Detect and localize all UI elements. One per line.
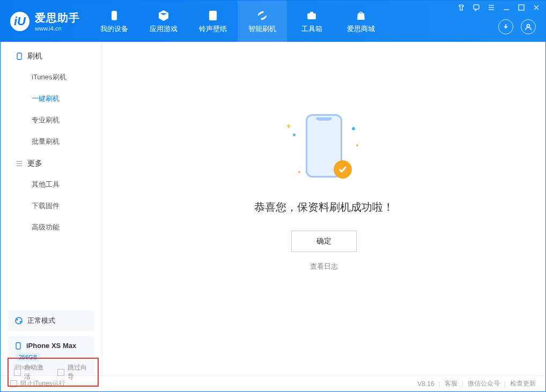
- feedback-icon[interactable]: [473, 4, 480, 11]
- logo-block: iU 爱思助手 www.i4.cn: [1, 11, 90, 32]
- header: iU 爱思助手 www.i4.cn 我的设备 应用游戏 铃声壁纸 智能刷机 工具…: [1, 1, 545, 42]
- nav-apps-games[interactable]: 应用游戏: [139, 1, 188, 42]
- briefcase-icon: [305, 9, 318, 22]
- music-note-icon: [206, 9, 219, 22]
- nav-label: 应用游戏: [150, 24, 178, 34]
- sidebar-item-batch-flash[interactable]: 批量刷机: [1, 131, 102, 152]
- minimize-icon[interactable]: [503, 4, 510, 11]
- sparkle-icon: [356, 144, 358, 146]
- version-label: V8.16: [417, 380, 434, 388]
- separator: |: [439, 380, 440, 388]
- nav-label: 爱思商城: [347, 24, 375, 34]
- sidebar: 刷机 iTunes刷机 一键刷机 专业刷机 批量刷机 更多 其他工具 下载固件 …: [1, 42, 102, 375]
- sparkle-icon: [351, 126, 356, 130]
- svg-rect-12: [16, 343, 20, 349]
- footer-right: V8.16 | 客服 | 微信公众号 | 检查更新: [417, 379, 536, 388]
- svg-rect-4: [310, 12, 313, 13]
- device-icon: [108, 9, 121, 22]
- highlighted-options: 自动激活 跳过向导: [8, 358, 99, 387]
- close-icon[interactable]: [533, 4, 540, 11]
- view-log-link[interactable]: 查看日志: [310, 262, 338, 271]
- svg-rect-8: [17, 53, 21, 60]
- svg-point-10: [17, 319, 18, 321]
- auto-activate-checkbox[interactable]: 自动激活: [14, 363, 49, 381]
- maximize-icon[interactable]: [518, 4, 525, 11]
- svg-point-11: [20, 321, 21, 323]
- sidebar-item-pro-flash[interactable]: 专业刷机: [1, 109, 102, 131]
- separator: |: [504, 380, 506, 388]
- support-link[interactable]: 客服: [445, 379, 458, 388]
- download-button[interactable]: [498, 19, 513, 34]
- sidebar-item-onekey-flash[interactable]: 一键刷机: [1, 88, 102, 109]
- sidebar-item-advanced[interactable]: 高级功能: [1, 217, 102, 238]
- checkmark-badge-icon: [334, 160, 352, 179]
- device-name: iPhone XS Max: [26, 342, 76, 350]
- success-title: 恭喜您，保资料刷机成功啦！: [254, 200, 394, 215]
- skip-guide-checkbox[interactable]: 跳过向导: [57, 363, 92, 381]
- app-title: 爱思助手: [35, 11, 80, 25]
- checkbox-label: 跳过向导: [68, 363, 92, 381]
- refresh-icon: [256, 9, 269, 22]
- device-mode-status[interactable]: 正常模式: [8, 310, 94, 331]
- ok-button[interactable]: 确定: [291, 231, 357, 252]
- status-icon: [14, 316, 23, 325]
- header-right: [498, 19, 536, 34]
- nav-my-device[interactable]: 我的设备: [90, 1, 139, 42]
- svg-point-9: [16, 317, 22, 324]
- sidebar-item-itunes-flash[interactable]: iTunes刷机: [1, 66, 102, 88]
- svg-point-7: [527, 25, 530, 27]
- checkbox-box: [14, 369, 21, 376]
- svg-rect-3: [308, 13, 316, 19]
- logo-icon: iU: [10, 12, 29, 31]
- nav-label: 铃声壁纸: [199, 24, 227, 34]
- sparkle-icon: [292, 132, 296, 136]
- sidebar-item-other-tools[interactable]: 其他工具: [1, 174, 102, 195]
- nav-label: 工具箱: [301, 24, 322, 34]
- profile-button[interactable]: [521, 19, 536, 34]
- main-content: + 恭喜您，保资料刷机成功啦！ 确定 查看日志: [102, 42, 545, 375]
- nav-label: 智能刷机: [248, 24, 276, 34]
- nav-smart-flash[interactable]: 智能刷机: [238, 1, 287, 42]
- nav-label: 我的设备: [100, 24, 128, 34]
- sidebar-group-flash: 刷机: [1, 51, 102, 61]
- app-subtitle: www.i4.cn: [35, 25, 80, 32]
- sidebar-item-download-firmware[interactable]: 下载固件: [1, 195, 102, 217]
- wechat-link[interactable]: 微信公众号: [468, 379, 500, 388]
- checkbox-label: 自动激活: [24, 363, 49, 381]
- cube-icon: [157, 9, 170, 22]
- svg-point-2: [211, 16, 213, 18]
- nav-store[interactable]: 爱思商城: [336, 1, 386, 42]
- checkbox-box: [57, 369, 64, 376]
- svg-rect-6: [519, 5, 524, 10]
- check-update-link[interactable]: 检查更新: [510, 379, 536, 388]
- phone-icon: [14, 342, 22, 350]
- group-label: 更多: [27, 159, 42, 168]
- tshirt-icon[interactable]: [458, 4, 465, 11]
- separator: |: [462, 380, 463, 388]
- status-label: 正常模式: [27, 316, 55, 326]
- window-controls: [458, 4, 540, 11]
- main-nav: 我的设备 应用游戏 铃声壁纸 智能刷机 工具箱 爱思商城: [90, 1, 386, 42]
- success-illustration: +: [281, 114, 367, 189]
- shopping-bag-icon: [355, 9, 367, 22]
- svg-rect-5: [474, 5, 479, 9]
- sidebar-group-more: 更多: [1, 159, 102, 168]
- group-label: 刷机: [27, 51, 42, 61]
- svg-rect-0: [112, 11, 116, 20]
- nav-toolbox[interactable]: 工具箱: [287, 1, 336, 42]
- nav-ringtone-wallpaper[interactable]: 铃声壁纸: [188, 1, 238, 42]
- logo-text: 爱思助手 www.i4.cn: [35, 11, 80, 32]
- sparkle-icon: [298, 171, 300, 173]
- sparkle-icon: +: [286, 122, 291, 130]
- body: 刷机 iTunes刷机 一键刷机 专业刷机 批量刷机 更多 其他工具 下载固件 …: [1, 42, 545, 375]
- menu-icon[interactable]: [488, 4, 495, 11]
